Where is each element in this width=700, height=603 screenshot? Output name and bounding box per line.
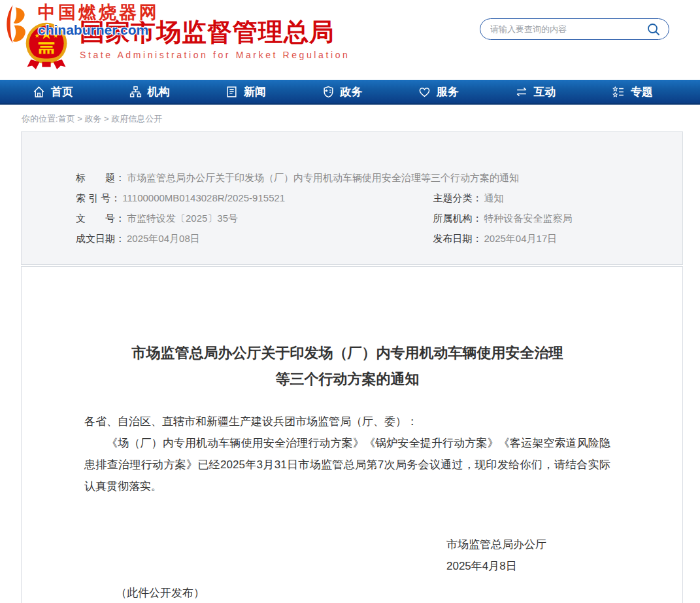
search-button[interactable] bbox=[646, 22, 661, 37]
nav-item-home[interactable]: 首页 bbox=[33, 84, 73, 99]
sign-date: 2025年4月8日 bbox=[446, 555, 610, 577]
meta-value: 2025年04月08日 bbox=[127, 228, 200, 249]
nav-item-interact[interactable]: 互动 bbox=[515, 84, 556, 99]
meta-value: 11100000MB0143028R/2025-915521 bbox=[122, 188, 285, 208]
nav-label: 政务 bbox=[341, 84, 363, 99]
document-salutation: 各省、自治区、直辖市和新疆生产建设兵团市场监管局（厅、委）： bbox=[84, 411, 610, 432]
nav-label: 互动 bbox=[534, 84, 556, 99]
meta-label: 主题分类： bbox=[433, 188, 482, 208]
breadcrumb: 你的位置:首页 > 政务 > 政府信息公开 bbox=[22, 113, 700, 125]
nav-item-topics[interactable]: 专题 bbox=[612, 84, 653, 99]
breadcrumb-link-gov[interactable]: 政务 bbox=[84, 114, 101, 124]
main-nav: 首页 机构 新闻 政务 服务 互动 bbox=[0, 80, 700, 105]
search-icon bbox=[646, 22, 661, 37]
meta-row-index-number: 索 引 号： 11100000MB0143028R/2025-915521 bbox=[22, 188, 352, 208]
meta-value: 特种设备安全监察局 bbox=[484, 208, 573, 228]
breadcrumb-link-home[interactable]: 首页 bbox=[58, 114, 75, 124]
meta-value: 市监特设发〔2025〕35号 bbox=[127, 208, 238, 228]
site-logo-link[interactable]: 国家市场监督管理总局 State Administration for Mark… bbox=[24, 17, 350, 71]
meta-value: 通知 bbox=[484, 188, 504, 208]
search-box bbox=[480, 18, 669, 40]
national-emblem-icon bbox=[24, 21, 69, 71]
nav-item-gov[interactable]: 政务 bbox=[322, 84, 363, 99]
meta-label: 文 号： bbox=[76, 208, 125, 228]
heart-icon bbox=[418, 86, 431, 98]
meta-row-written-date: 成文日期： 2025年04月08日 bbox=[22, 228, 352, 249]
search-input[interactable] bbox=[490, 24, 646, 34]
meta-value: 2025年04月17日 bbox=[484, 228, 558, 249]
exchange-arrows-icon bbox=[515, 86, 528, 98]
public-release-note: （此件公开发布） bbox=[116, 582, 610, 603]
agency-title-en: State Administration for Market Regulati… bbox=[80, 50, 350, 60]
site-header: 国家市场监督管理总局 State Administration for Mark… bbox=[0, 0, 700, 80]
nav-label: 专题 bbox=[631, 84, 653, 99]
nav-item-news[interactable]: 新闻 bbox=[225, 84, 266, 99]
breadcrumb-prefix: 你的位置: bbox=[22, 114, 58, 124]
signer-name: 市场监管总局办公厅 bbox=[446, 534, 610, 555]
document-title: 市场监管总局办公厅关于印发场（厂）内专用机动车辆使用安全治理等三个行动方案的通知 bbox=[125, 340, 570, 392]
document-signature-block: 市场监管总局办公厅 2025年4月8日 bbox=[446, 534, 610, 577]
meta-row-publish-date: 发布日期： 2025年04月17日 bbox=[352, 228, 683, 249]
breadcrumb-link-info[interactable]: 政府信息公开 bbox=[111, 114, 162, 124]
meta-value-title: 市场监管总局办公厅关于印发场（厂）内专用机动车辆使用安全治理等三个行动方案的通知 bbox=[127, 167, 519, 188]
nav-item-org[interactable]: 机构 bbox=[129, 84, 170, 99]
shield-icon bbox=[322, 86, 335, 98]
nav-label: 首页 bbox=[51, 84, 73, 99]
document-body-paragraph: 《场（厂）内专用机动车辆使用安全治理行动方案》《锅炉安全提升行动方案》《客运架空… bbox=[84, 432, 610, 497]
news-icon bbox=[225, 86, 238, 98]
meta-row-doc-number: 文 号： 市监特设发〔2025〕35号 bbox=[22, 208, 352, 228]
meta-row-issuing-agency: 所属机构： 特种设备安全监察局 bbox=[352, 208, 683, 228]
nav-label: 新闻 bbox=[244, 84, 266, 99]
nav-label: 机构 bbox=[148, 84, 170, 99]
meta-label: 索 引 号： bbox=[76, 188, 120, 208]
meta-row-topic-category: 主题分类： 通知 bbox=[352, 188, 683, 208]
org-chart-icon bbox=[129, 86, 142, 98]
document-meta-panel: 标 题： 市场监管总局办公厅关于印发场（厂）内专用机动车辆使用安全治理等三个行动… bbox=[21, 131, 683, 265]
meta-label: 所属机构： bbox=[433, 208, 482, 228]
meta-row-title: 标 题： 市场监管总局办公厅关于印发场（厂）内专用机动车辆使用安全治理等三个行动… bbox=[22, 167, 682, 188]
home-icon bbox=[33, 86, 45, 98]
nav-item-service[interactable]: 服务 bbox=[418, 84, 459, 99]
agency-title-cn: 国家市场监督管理总局 bbox=[80, 17, 350, 47]
meta-label: 成文日期： bbox=[76, 228, 125, 249]
breadcrumb-separator: > bbox=[75, 114, 85, 124]
star-list-icon bbox=[612, 86, 625, 98]
breadcrumb-separator: > bbox=[101, 114, 111, 124]
meta-label: 发布日期： bbox=[433, 228, 482, 249]
meta-label-title: 标 题： bbox=[76, 167, 125, 188]
document-content: 市场监管总局办公厅关于印发场（厂）内专用机动车辆使用安全治理等三个行动方案的通知… bbox=[21, 266, 683, 603]
nav-label: 服务 bbox=[437, 84, 459, 99]
